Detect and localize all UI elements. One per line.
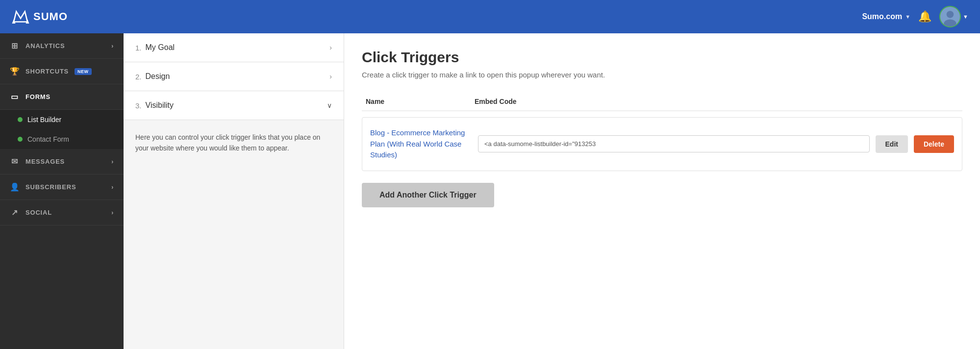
analytics-arrow: › xyxy=(111,43,114,50)
step2-arrow: › xyxy=(329,73,332,80)
sidebar: ⊞ Analytics › 🏆 Shortcuts NEW ▭ Forms Li… xyxy=(0,33,124,349)
top-nav-right: Sumo.com ▼ 🔔 ▼ xyxy=(862,6,968,27)
sidebar-item-contact-form[interactable]: Contact Form xyxy=(0,129,124,149)
trigger-row: Blog - Ecommerce Marketing Plan (With Re… xyxy=(362,117,962,171)
list-builder-label: List Builder xyxy=(27,116,61,124)
bell-icon[interactable]: 🔔 xyxy=(918,10,931,23)
step-visibility[interactable]: 3. Visibility ∨ xyxy=(124,91,344,120)
step2-num: 2. xyxy=(135,73,142,81)
sidebar-item-analytics[interactable]: ⊞ Analytics › xyxy=(0,33,124,59)
site-selector-chevron: ▼ xyxy=(905,14,910,20)
sidebar-item-forms[interactable]: ▭ Forms xyxy=(0,84,124,110)
visibility-description: Here you can control your click trigger … xyxy=(124,120,344,166)
site-selector[interactable]: Sumo.com ▼ xyxy=(862,12,910,21)
sidebar-label-social: Social xyxy=(25,209,52,216)
step3-label: Visibility xyxy=(146,101,327,110)
contact-form-dot xyxy=(18,137,23,142)
col-embed-header: Embed Code xyxy=(475,98,962,105)
step2-label: Design xyxy=(146,72,330,81)
sidebar-item-subscribers[interactable]: 👤 Subscribers › xyxy=(0,174,124,200)
step-design[interactable]: 2. Design › xyxy=(124,62,344,91)
svg-marker-0 xyxy=(14,12,27,22)
avatar-image xyxy=(940,6,960,27)
center-panel: 1. My Goal › 2. Design › 3. Visibility ∨… xyxy=(124,33,344,349)
sidebar-sub-items: List Builder Contact Form xyxy=(0,110,124,149)
sidebar-label-messages: Messages xyxy=(25,158,65,165)
share-icon: ↗ xyxy=(10,208,20,217)
logo[interactable]: SUMO xyxy=(12,10,68,24)
top-nav: SUMO Sumo.com ▼ 🔔 ▼ xyxy=(0,0,980,33)
svg-point-4 xyxy=(947,11,954,18)
step3-num: 3. xyxy=(135,101,142,110)
forms-icon: ▭ xyxy=(10,92,20,101)
list-builder-dot xyxy=(18,117,23,122)
panel-title: Click Triggers xyxy=(362,49,962,66)
col-name-header: Name xyxy=(362,98,475,105)
contact-form-label: Contact Form xyxy=(27,135,69,143)
step1-arrow: › xyxy=(329,44,332,51)
trophy-icon: 🏆 xyxy=(10,67,20,76)
edit-button[interactable]: Edit xyxy=(876,135,908,153)
messages-arrow: › xyxy=(111,158,114,165)
main-layout: ⊞ Analytics › 🏆 Shortcuts NEW ▭ Forms Li… xyxy=(0,33,980,349)
table-header: Name Embed Code xyxy=(362,93,962,111)
sidebar-label-analytics: Analytics xyxy=(25,42,65,50)
sidebar-label-shortcuts: Shortcuts xyxy=(25,68,69,75)
step-my-goal[interactable]: 1. My Goal › xyxy=(124,33,344,62)
step3-chevron: ∨ xyxy=(327,101,332,109)
wizard-steps: 1. My Goal › 2. Design › 3. Visibility ∨ xyxy=(124,33,344,120)
embed-code-input[interactable] xyxy=(478,135,870,152)
mail-icon: ✉ xyxy=(10,157,20,166)
sidebar-label-subscribers: Subscribers xyxy=(25,183,76,191)
sidebar-item-list-builder[interactable]: List Builder xyxy=(0,110,124,129)
trigger-name: Blog - Ecommerce Marketing Plan (With Re… xyxy=(370,127,478,161)
grid-icon: ⊞ xyxy=(10,41,20,50)
new-badge: NEW xyxy=(75,68,92,75)
add-trigger-button[interactable]: Add Another Click Trigger xyxy=(362,183,494,207)
site-name: Sumo.com xyxy=(862,12,902,21)
sidebar-item-messages[interactable]: ✉ Messages › xyxy=(0,149,124,174)
sidebar-item-social[interactable]: ↗ Social › xyxy=(0,200,124,225)
logo-icon xyxy=(12,10,29,24)
right-panel: Click Triggers Create a click trigger to… xyxy=(344,33,980,349)
avatar[interactable] xyxy=(939,6,961,27)
logo-text: SUMO xyxy=(33,10,68,23)
social-arrow: › xyxy=(111,209,114,216)
person-icon: 👤 xyxy=(10,182,20,192)
step1-label: My Goal xyxy=(146,43,330,52)
step1-num: 1. xyxy=(135,44,142,52)
subscribers-arrow: › xyxy=(111,184,114,191)
delete-button[interactable]: Delete xyxy=(914,135,954,153)
trigger-embed-wrapper: Edit Delete xyxy=(478,135,954,153)
visibility-text: Here you can control your click trigger … xyxy=(135,133,320,152)
avatar-dropdown-arrow[interactable]: ▼ xyxy=(963,14,968,20)
sidebar-item-shortcuts[interactable]: 🏆 Shortcuts NEW xyxy=(0,59,124,84)
sidebar-label-forms: Forms xyxy=(25,93,50,100)
panel-subtitle: Create a click trigger to make a link to… xyxy=(362,71,962,79)
